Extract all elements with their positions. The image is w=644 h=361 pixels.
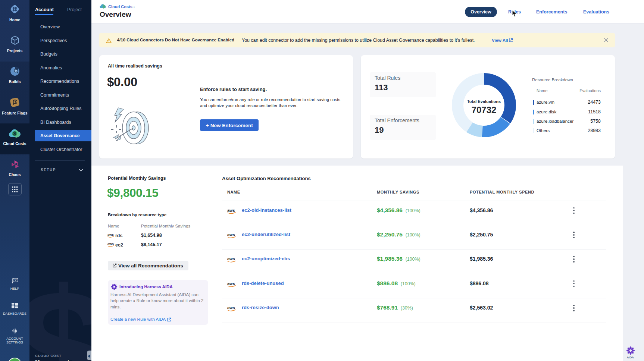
svg-text:aws: aws [107, 242, 114, 246]
svg-text:?: ? [14, 278, 16, 282]
svg-text:aws: aws [227, 257, 235, 261]
svg-text:aws: aws [107, 233, 114, 236]
svg-text:aws: aws [227, 208, 235, 213]
svg-text:aws: aws [227, 232, 235, 237]
svg-text:aws: aws [227, 305, 235, 310]
svg-text:aws: aws [227, 281, 235, 286]
svg-text:$: $ [13, 131, 16, 136]
